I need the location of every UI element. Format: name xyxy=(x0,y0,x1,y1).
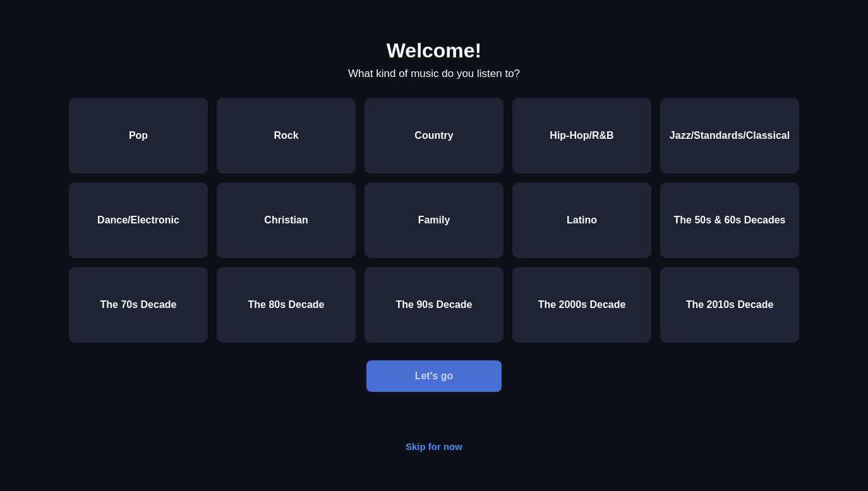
genre-btn-pop[interactable]: Pop xyxy=(69,98,208,174)
genre-btn-90s[interactable]: The 90s Decade xyxy=(365,267,503,343)
genre-grid: PopRockCountryHip-Hop/R&BJazz/Standards/… xyxy=(69,98,799,343)
genre-btn-family[interactable]: Family xyxy=(365,182,503,258)
page-title: Welcome! xyxy=(348,39,520,62)
page-subtitle: What kind of music do you listen to? xyxy=(348,68,520,80)
skip-link[interactable]: Skip for now xyxy=(406,441,462,452)
footer-area: Let's go Skip for now xyxy=(366,360,502,452)
genre-btn-80s[interactable]: The 80s Decade xyxy=(217,267,356,343)
genre-btn-country[interactable]: Country xyxy=(365,98,503,174)
genre-btn-2000s[interactable]: The 2000s Decade xyxy=(512,267,651,343)
genre-btn-latino[interactable]: Latino xyxy=(512,182,651,258)
genre-btn-dance[interactable]: Dance/Electronic xyxy=(69,182,208,258)
genre-btn-christian[interactable]: Christian xyxy=(217,182,356,258)
page-header: Welcome! What kind of music do you liste… xyxy=(348,39,520,80)
genre-btn-50s60s[interactable]: The 50s & 60s Decades xyxy=(660,182,799,258)
lets-go-button[interactable]: Let's go xyxy=(366,360,502,392)
genre-btn-70s[interactable]: The 70s Decade xyxy=(69,267,208,343)
genre-btn-hiphop[interactable]: Hip-Hop/R&B xyxy=(512,98,651,174)
genre-btn-rock[interactable]: Rock xyxy=(217,98,356,174)
genre-btn-2010s[interactable]: The 2010s Decade xyxy=(660,267,799,343)
genre-btn-jazz[interactable]: Jazz/Standards/Classical xyxy=(660,98,799,174)
